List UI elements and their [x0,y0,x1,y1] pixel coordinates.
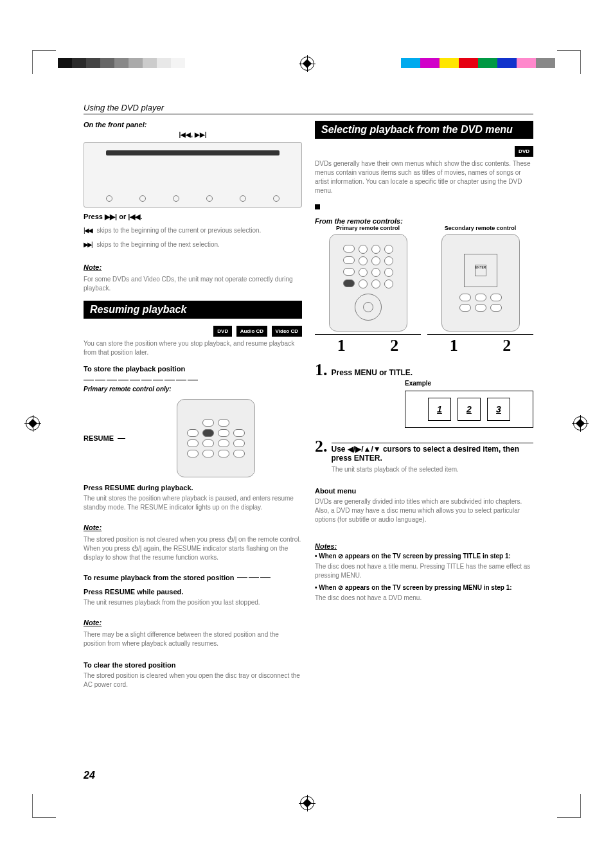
note-subtext: The disc does not have a title menu. Pre… [315,562,533,580]
clear-position-heading: To clear the stored position [84,661,302,669]
step-2-text: Use ◀/▶/▲/▼ cursors to select a desired … [332,443,534,463]
press-resume-heading: Press RESUME during playback. [84,484,302,492]
panel-caption: |◀◀, ▶▶| [84,131,302,138]
step-number: 2. [315,437,328,456]
crop-mark-icon [32,794,56,818]
notes-heading: Notes: [315,542,337,550]
step-1-text: Press MENU or TITLE. [332,368,413,377]
crop-mark-icon [557,50,581,74]
skip-prev-text: skips to the beginning of the current or… [97,226,262,235]
crop-mark-icon [557,794,581,818]
note-heading: Note: [84,524,102,531]
dvd-badge: DVD [213,326,232,337]
selecting-playback-heading: Selecting playback from the DVD menu [315,121,533,139]
example-cell: 1 [428,398,451,421]
print-calibration-bar [0,58,613,69]
video-cd-badge: Video CD [272,326,302,337]
front-panel-heading: On the front panel: [84,121,302,128]
note-text: The stored position is not cleared when … [84,535,302,562]
leader-line: —————————— [84,374,199,385]
registration-mark-icon [26,416,40,430]
crop-mark-icon [32,50,56,74]
enter-button-icon: ENTER [475,265,486,276]
note-text: For some DVDs and Video CDs, the unit ma… [84,275,302,293]
right-column: Selecting playback from the DVD menu DVD… [315,121,533,692]
power-icon [132,545,141,552]
example-cell: 3 [487,398,510,421]
example-heading: Example [405,380,533,387]
resume-from-heading: To resume playback from the stored posit… [84,574,235,581]
page: Using the DVD player On the front panel:… [0,0,613,868]
skip-next-icon [84,238,92,249]
step-number-line: 1 2 [315,334,421,355]
about-menu-text: DVDs are generally divided into titles w… [315,497,533,524]
running-header: Using the DVD player [84,103,533,114]
content-area: Using the DVD player On the front panel:… [84,103,533,692]
audio-cd-badge: Audio CD [236,326,267,337]
registration-mark-icon [573,416,587,430]
note-subtext: The disc does not have a DVD menu. [315,594,533,603]
note-text: There may be a slight difference between… [84,630,302,648]
example-cell: 2 [458,398,481,421]
note-heading: Note: [84,619,102,626]
note-heading: Note: [84,263,102,271]
about-menu-heading: About menu [315,487,533,495]
primary-remote-illustration [329,234,407,332]
page-number: 24 [84,770,95,781]
primary-only-label: Primary remote control only: [84,385,302,393]
primary-remote-illustration [177,399,255,477]
press-resume-text: The unit stores the position where playb… [84,494,302,512]
front-panel-illustration [84,142,302,208]
resume-callout-label: RESUME [84,434,114,442]
dvd-badge: DVD [515,146,533,157]
note-item: • When ⊘ appears on the TV screen by pre… [315,553,533,560]
leader-line: ——— [237,571,272,582]
registration-mark-icon [300,57,314,71]
resume-intro: You can store the position where you sto… [84,339,302,357]
bullet-square-icon [315,204,320,209]
primary-remote-label: Primary remote control [315,225,421,231]
clear-position-text: The stored position is cleared when you … [84,671,302,689]
resuming-playback-heading: Resuming playback [84,301,302,319]
example-menu-box: 1 2 3 [405,391,533,428]
registration-mark-icon [300,796,314,810]
color-bar [401,58,555,68]
left-column: On the front panel: |◀◀, ▶▶| Press ▶▶| o… [84,121,302,692]
press-while-heading: Press RESUME while paused. [84,588,302,596]
note-item: • When ⊘ appears on the TV screen by pre… [315,584,533,591]
selecting-intro: DVDs generally have their own menus whic… [315,159,533,195]
skip-next-text: skips to the beginning of the next selec… [97,240,220,249]
from-remote-heading: From the remote controls: [315,217,533,225]
secondary-remote-label: Secondary remote control [427,225,533,231]
store-position-heading: To store the playback position [84,365,185,373]
step-number-line: 1 2 [427,334,533,355]
power-icon [227,536,236,543]
grayscale-ramp [58,58,185,68]
secondary-remote-illustration: ENTER [441,234,520,332]
step-number: 1. [315,360,328,380]
press-skip-heading: Press ▶▶| or |◀◀. [84,213,302,221]
step-2-subtext: The unit starts playback of the selected… [332,465,533,474]
skip-prev-icon [84,224,92,235]
press-while-text: The unit resumes playback from the posit… [84,598,302,607]
